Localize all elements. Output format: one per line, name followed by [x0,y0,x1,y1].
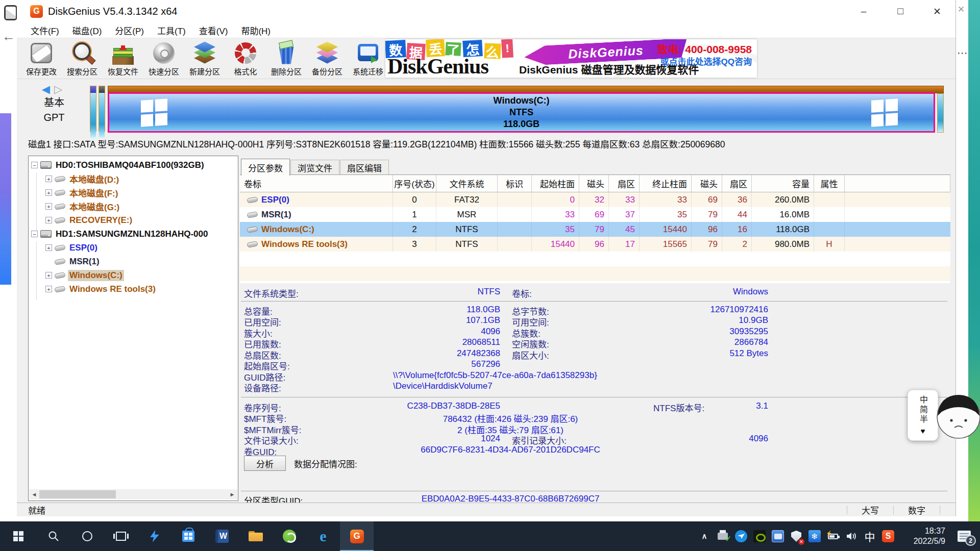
esp-partition-strip[interactable] [90,86,96,132]
delete-partition-button[interactable]: 删除分区 [266,39,307,78]
tree-expander-icon[interactable]: + [45,217,52,223]
tree-item[interactable]: +ESP(0) [29,241,238,255]
column-header[interactable]: 磁头 [692,175,722,192]
tree-expander-icon[interactable]: − [31,231,38,237]
pinned-app-button[interactable] [138,521,172,551]
tree-item[interactable]: −HD0:TOSHIBAMQ04ABF100(932GB) [29,158,238,172]
menu-item[interactable]: 工具(T) [151,24,192,37]
tree-item[interactable]: −HD1:SAMSUNGMZNLN128HAHQ-000 [29,227,238,241]
tree-item[interactable]: MSR(1) [29,255,238,268]
tab-sector-editor[interactable]: 扇区编辑 [340,160,389,175]
tree-item[interactable]: +本地磁盘(D:) [29,172,238,186]
more-options-icon[interactable]: ⋯ [957,47,967,59]
taskbar-clock[interactable]: 18:37 2022/5/9 [897,526,948,546]
new-partition-button[interactable]: 新建分区 [184,39,225,78]
column-header[interactable]: 扇区 [722,175,752,192]
quick-partition-button[interactable]: 快速分区 [143,39,184,78]
close-button[interactable]: ✕ [919,0,955,22]
tray-expand-button[interactable]: ∧ [695,521,714,551]
messenger-tray-button[interactable] [732,521,750,551]
save-changes-button[interactable]: 保存更改 [21,39,62,78]
volume-name-cell: Windows(C:) [240,222,393,237]
ime-indicator[interactable]: 中 [861,521,879,551]
menu-item[interactable]: 磁盘(D) [66,24,109,37]
tree-item[interactable]: +本地磁盘(F:) [29,186,238,199]
browser-360-button[interactable] [273,521,306,551]
menu-item[interactable]: 文件(F) [24,24,66,37]
column-header[interactable]: 扇区 [609,175,640,192]
minimize-button[interactable]: – [845,0,882,22]
printer-tray-button[interactable]: ✓ [714,521,732,551]
store-button[interactable] [172,521,205,551]
start-button[interactable] [0,521,37,551]
sogou-tray-button[interactable]: S [879,521,897,551]
tree-expander-icon[interactable]: + [45,272,52,279]
system-migration-button[interactable]: 系统迁移 [348,39,388,78]
volume-tray-button[interactable] [842,521,861,551]
tree-expander-icon[interactable]: + [45,176,52,182]
next-disk-icon[interactable]: ▷ [54,83,66,95]
file-explorer-button[interactable] [239,521,273,551]
format-button[interactable]: 格式化 [225,39,266,78]
recover-files-button[interactable]: 恢复文件 [103,39,143,78]
column-header[interactable]: 终止柱面 [640,175,692,192]
partition-row[interactable]: Windows(C:)2NTFS357945154409616118.0GB [240,222,950,237]
windows-c-partition-bar[interactable]: Windows(C:) NTFS 118.0GB [108,92,935,133]
column-header[interactable]: 文件系统 [436,175,498,192]
tree-item[interactable]: +本地磁盘(G:) [29,199,238,213]
maximize-button[interactable]: □ [882,0,919,22]
nvidia-tray-button[interactable] [750,521,769,551]
intel-graphics-tray-button[interactable] [769,521,787,551]
tree-item[interactable]: +Windows RE tools(3) [29,282,238,296]
edge-button[interactable]: e [306,521,340,551]
column-header[interactable]: 磁头 [579,175,609,192]
partition-row[interactable]: ESP(0)0FAT3203233336936260.0MB [240,192,950,207]
menu-item[interactable]: 查看(V) [192,24,235,37]
back-arrow-icon[interactable]: ← [2,29,15,44]
tree-item[interactable]: +Windows(C:) [29,268,238,282]
tree-item[interactable]: +RECOVERY(E:) [29,213,238,227]
table-cell: 3 [393,237,436,252]
menu-item[interactable]: 分区(P) [108,24,151,37]
prev-disk-icon[interactable]: ◀ [42,83,54,95]
action-center-button[interactable]: 2 [948,521,980,551]
backup-partition-icon [315,41,339,65]
tree-expander-icon[interactable]: − [31,162,38,168]
column-header[interactable]: 标识 [498,175,532,192]
tree-expander-icon[interactable]: + [45,286,52,292]
re-tools-partition-strip[interactable] [937,93,944,133]
cortana-button[interactable] [70,521,104,551]
snowflake-tray-button[interactable]: ❄ [805,521,824,551]
search-partition-button[interactable]: 搜索分区 [62,39,103,78]
column-header[interactable]: 容量 [752,175,814,192]
tab-partition-parameters[interactable]: 分区参数 [241,159,290,176]
scrollbar-thumb[interactable] [39,490,116,498]
tree-expander-icon[interactable]: + [45,244,52,251]
taskbar-search-button[interactable] [37,521,70,551]
task-view-button[interactable] [104,521,138,551]
tree-expander-icon[interactable]: + [45,203,52,210]
tab-browse-files[interactable]: 浏览文件 [290,160,339,175]
scroll-right-icon[interactable]: ► [227,489,237,499]
partition-row[interactable]: MSR(1)1MSR33693735794416.0MB [240,207,950,222]
scroll-left-icon[interactable]: ◄ [29,489,39,499]
word-button[interactable]: W [205,521,239,551]
partition-row[interactable]: Windows RE tools(3)3NTFS1544096171556579… [240,237,950,252]
column-header[interactable]: 起始柱面 [532,175,579,192]
defender-tray-button[interactable]: ✕ [787,521,805,551]
power-tray-button[interactable]: ⚡ [824,521,842,551]
advertisement-banner[interactable]: 数据丢了怎么! DiskGenius DiskGenius 致电: 400-00… [385,39,757,78]
table-cell [498,237,532,252]
background-close-icon[interactable]: ✕ [958,4,965,15]
tree-horizontal-scrollbar[interactable]: ◄ ► [29,489,237,499]
backup-partition-button[interactable]: 备份分区 [307,39,348,78]
diskgenius-taskbar-button[interactable]: G [340,521,374,551]
tree-expander-icon[interactable]: + [45,189,52,196]
column-header[interactable]: 卷标 [240,175,393,192]
menu-item[interactable]: 帮助(H) [234,24,277,37]
background-app-icon[interactable] [4,5,17,20]
column-header[interactable]: 属性 [814,175,845,192]
column-header[interactable]: 序号(状态) [393,175,436,192]
msr-partition-strip[interactable] [99,86,105,132]
analyze-button[interactable]: 分析 [244,456,286,471]
